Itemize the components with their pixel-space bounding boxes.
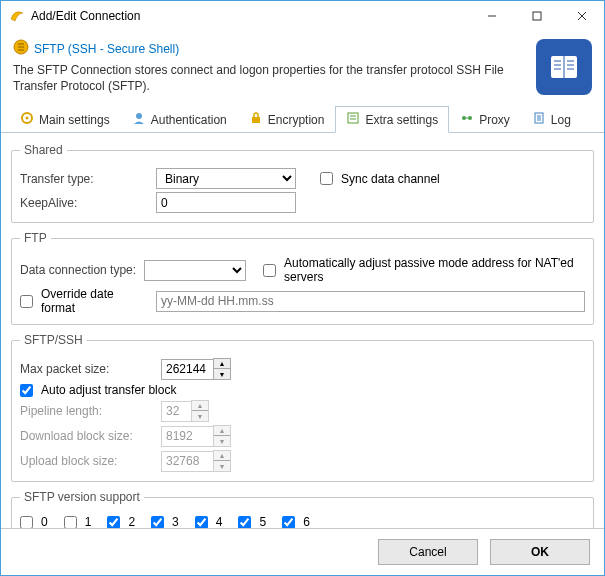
- version-label: 6: [303, 515, 310, 528]
- version-3-checkbox[interactable]: [151, 516, 164, 529]
- help-book-icon[interactable]: [536, 39, 592, 95]
- keepalive-input[interactable]: [156, 192, 296, 213]
- window-title: Add/Edit Connection: [31, 9, 469, 23]
- version-6-checkbox[interactable]: [282, 516, 295, 529]
- settings-icon: [346, 111, 360, 128]
- group-legend: FTP: [20, 231, 51, 245]
- spin-up[interactable]: ▲: [214, 359, 230, 369]
- max-packet-size-input[interactable]: [161, 359, 213, 380]
- upload-block-size-input: [161, 451, 213, 472]
- group-legend: SFTP version support: [20, 490, 144, 504]
- version-2-checkbox[interactable]: [107, 516, 120, 529]
- group-sftp-ssh: SFTP/SSH Max packet size: ▲▼ Auto adjust…: [11, 333, 594, 482]
- spin-up: ▲: [214, 451, 230, 461]
- date-format-input[interactable]: [156, 291, 585, 312]
- button-label: OK: [531, 545, 549, 559]
- dialog-add-edit-connection: Add/Edit Connection SFTP (SSH - Secure S…: [0, 0, 605, 576]
- button-label: Cancel: [409, 545, 446, 559]
- download-block-size-label: Download block size:: [20, 429, 155, 443]
- version-label: 0: [41, 515, 48, 528]
- group-legend: SFTP/SSH: [20, 333, 87, 347]
- spin-down[interactable]: ▼: [214, 369, 230, 379]
- sync-data-channel-checkbox[interactable]: [320, 172, 333, 185]
- titlebar: Add/Edit Connection: [1, 1, 604, 31]
- tab-label: Proxy: [479, 113, 510, 127]
- group-shared: Shared Transfer type: Binary Sync data c…: [11, 143, 594, 223]
- header-title: SFTP (SSH - Secure Shell): [34, 42, 179, 56]
- auto-nat-checkbox[interactable]: [263, 264, 276, 277]
- override-date-format-checkbox[interactable]: [20, 295, 33, 308]
- svg-rect-16: [252, 117, 260, 123]
- auto-adjust-transfer-block-label: Auto adjust transfer block: [41, 383, 176, 397]
- svg-rect-17: [348, 113, 358, 123]
- tab-encryption[interactable]: Encryption: [238, 106, 336, 133]
- tab-label: Main settings: [39, 113, 110, 127]
- transfer-type-select[interactable]: Binary: [156, 168, 296, 189]
- tab-proxy[interactable]: Proxy: [449, 106, 521, 133]
- tab-label: Authentication: [151, 113, 227, 127]
- header: SFTP (SSH - Secure Shell) The SFTP Conne…: [1, 31, 604, 99]
- maximize-button[interactable]: [514, 1, 559, 31]
- sync-data-channel-label: Sync data channel: [341, 172, 440, 186]
- version-label: 1: [85, 515, 92, 528]
- gear-icon: [20, 111, 34, 128]
- max-packet-size-label: Max packet size:: [20, 362, 155, 376]
- group-sftp-version-support: SFTP version support 0 1 2 3 4 5 6: [11, 490, 594, 528]
- tab-bar: Main settings Authentication Encryption …: [1, 105, 604, 133]
- data-connection-type-select[interactable]: [144, 260, 245, 281]
- version-5-checkbox[interactable]: [238, 516, 251, 529]
- version-4-checkbox[interactable]: [195, 516, 208, 529]
- tab-main-settings[interactable]: Main settings: [9, 106, 121, 133]
- spin-up: ▲: [214, 426, 230, 436]
- footer: Cancel OK: [1, 528, 604, 575]
- ok-button[interactable]: OK: [490, 539, 590, 565]
- version-label: 3: [172, 515, 179, 528]
- header-description: The SFTP Connection stores connect and l…: [13, 62, 536, 94]
- auto-nat-label: Automatically adjust passive mode addres…: [284, 256, 585, 284]
- spin-up: ▲: [192, 401, 208, 411]
- auto-adjust-transfer-block-checkbox[interactable]: [20, 384, 33, 397]
- transfer-type-label: Transfer type:: [20, 172, 150, 186]
- version-label: 5: [259, 515, 266, 528]
- user-icon: [132, 111, 146, 128]
- tab-label: Encryption: [268, 113, 325, 127]
- spin-down: ▼: [192, 411, 208, 421]
- keepalive-label: KeepAlive:: [20, 196, 150, 210]
- close-button[interactable]: [559, 1, 604, 31]
- override-date-format-label: Override date format: [41, 287, 150, 315]
- svg-point-14: [26, 117, 29, 120]
- version-label: 4: [216, 515, 223, 528]
- log-icon: [532, 111, 546, 128]
- tab-label: Log: [551, 113, 571, 127]
- download-block-size-input: [161, 426, 213, 447]
- upload-block-size-label: Upload block size:: [20, 454, 155, 468]
- tab-label: Extra settings: [365, 113, 438, 127]
- cancel-button[interactable]: Cancel: [378, 539, 478, 565]
- version-0-checkbox[interactable]: [20, 516, 33, 529]
- app-icon: [9, 7, 25, 26]
- lock-icon: [249, 111, 263, 128]
- svg-point-20: [462, 116, 466, 120]
- tab-extra-settings[interactable]: Extra settings: [335, 106, 449, 133]
- version-1-checkbox[interactable]: [64, 516, 77, 529]
- minimize-button[interactable]: [469, 1, 514, 31]
- tab-authentication[interactable]: Authentication: [121, 106, 238, 133]
- spin-down: ▼: [214, 461, 230, 471]
- pipeline-length-input: [161, 401, 191, 422]
- spin-down: ▼: [214, 436, 230, 446]
- svg-point-15: [136, 113, 142, 119]
- pipeline-length-label: Pipeline length:: [20, 404, 155, 418]
- svg-rect-1: [533, 12, 541, 20]
- proxy-icon: [460, 111, 474, 128]
- group-ftp: FTP Data connection type: Automatically …: [11, 231, 594, 325]
- version-label: 2: [128, 515, 135, 528]
- sftp-icon: [13, 39, 29, 58]
- data-connection-type-label: Data connection type:: [20, 263, 138, 277]
- svg-point-21: [468, 116, 472, 120]
- group-legend: Shared: [20, 143, 67, 157]
- tab-log[interactable]: Log: [521, 106, 582, 133]
